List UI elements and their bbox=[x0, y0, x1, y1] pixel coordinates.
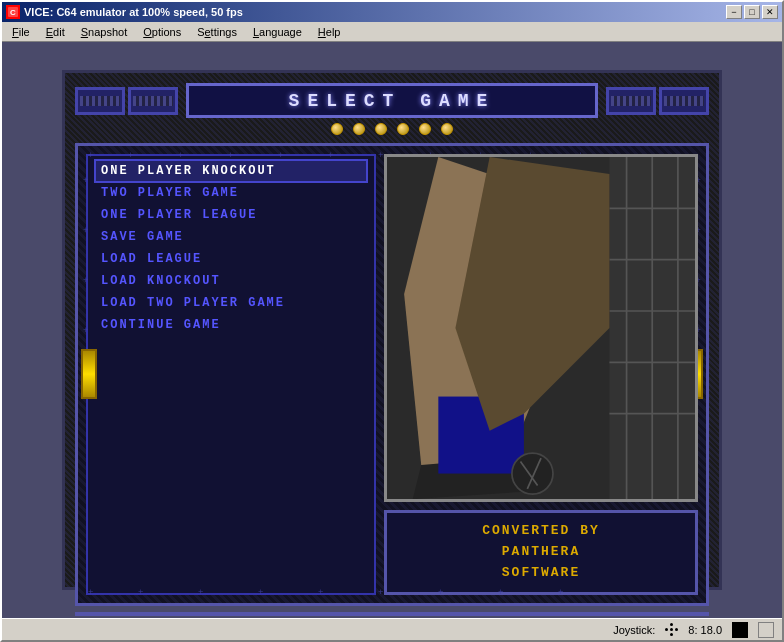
titlebar-left: C VICE: C64 emulator at 100% speed, 50 f… bbox=[6, 5, 243, 19]
svg-text:C: C bbox=[10, 8, 16, 17]
game-preview-image bbox=[384, 154, 698, 502]
game-image-content bbox=[387, 157, 695, 499]
right-panel: CONVERTED BY PANTHERA SOFTWARE bbox=[384, 154, 698, 595]
menu-snapshot[interactable]: Snapshot bbox=[75, 24, 134, 40]
header-box-left-2 bbox=[128, 87, 178, 115]
credit-line-1: CONVERTED BY bbox=[395, 521, 687, 542]
joystick-label: Joystick: bbox=[613, 624, 655, 636]
menu-edit[interactable]: Edit bbox=[40, 24, 71, 40]
game-title: SELECT GAME bbox=[289, 91, 496, 111]
joy-dot-right bbox=[675, 628, 678, 631]
menu-option-load-league[interactable]: LOAD LEAGUE bbox=[96, 249, 366, 269]
header-box-inner-right-2 bbox=[664, 96, 704, 106]
gold-dot-4 bbox=[397, 123, 409, 135]
main-window: C VICE: C64 emulator at 100% speed, 50 f… bbox=[0, 0, 784, 642]
menu-option-1-player-league[interactable]: ONE PLAYER LEAGUE bbox=[96, 205, 366, 225]
joy-dot-bottom bbox=[670, 633, 673, 636]
emulator-screen: SELECT GAME bbox=[62, 70, 722, 590]
header-box-right-2 bbox=[659, 87, 709, 115]
menu-file[interactable]: File bbox=[6, 24, 36, 40]
titlebar: C VICE: C64 emulator at 100% speed, 50 f… bbox=[2, 2, 782, 22]
menu-help[interactable]: Help bbox=[312, 24, 347, 40]
game-footer bbox=[75, 612, 709, 616]
close-button[interactable]: ✕ bbox=[762, 5, 778, 19]
credit-line-3: SOFTWARE bbox=[395, 563, 687, 584]
window-controls: − □ ✕ bbox=[726, 5, 778, 19]
menu-option-1-player-knockout[interactable]: ONE PLAYER KNOCKOUT bbox=[96, 161, 366, 181]
header-box-inner-left-2 bbox=[133, 96, 173, 106]
joystick-icon bbox=[665, 623, 678, 636]
status-extra-box bbox=[758, 622, 774, 638]
game-main-area: + + + + + + + + + + + + + + + bbox=[75, 143, 709, 606]
maximize-button[interactable]: □ bbox=[744, 5, 760, 19]
menu-option-save-game[interactable]: SAVE GAME bbox=[96, 227, 366, 247]
game-menu-panel: ONE PLAYER KNOCKOUT TWO PLAYER GAME ONE … bbox=[86, 154, 376, 595]
gold-dot-3 bbox=[375, 123, 387, 135]
joy-dot-left bbox=[665, 628, 668, 631]
menu-language[interactable]: Language bbox=[247, 24, 308, 40]
joy-dot-center bbox=[670, 628, 673, 631]
header-box-left-1 bbox=[75, 87, 125, 115]
side-decoration-left bbox=[81, 349, 97, 399]
menu-option-load-knockout[interactable]: LOAD KNOCKOUT bbox=[96, 271, 366, 291]
svg-point-16 bbox=[512, 453, 553, 494]
header-box-inner-right-1 bbox=[611, 96, 651, 106]
statusbar: Joystick: 8: 18.0 bbox=[2, 618, 782, 640]
credit-box: CONVERTED BY PANTHERA SOFTWARE bbox=[384, 510, 698, 594]
gold-dot-1 bbox=[331, 123, 343, 135]
header-deco-left bbox=[75, 87, 178, 115]
header-box-inner-left-1 bbox=[80, 96, 120, 106]
menu-option-2-player-game[interactable]: TWO PLAYER GAME bbox=[96, 183, 366, 203]
minimize-button[interactable]: − bbox=[726, 5, 742, 19]
app-icon: C bbox=[6, 5, 20, 19]
menu-option-load-2-player-game[interactable]: LOAD TWO PLAYER GAME bbox=[96, 293, 366, 313]
status-color-box bbox=[732, 622, 748, 638]
gold-dot-6 bbox=[441, 123, 453, 135]
gold-dot-5 bbox=[419, 123, 431, 135]
header-deco-right bbox=[606, 87, 709, 115]
header-box-right-1 bbox=[606, 87, 656, 115]
game-ui: SELECT GAME bbox=[65, 73, 719, 587]
content-area: SELECT GAME bbox=[2, 42, 782, 618]
window-title: VICE: C64 emulator at 100% speed, 50 fps bbox=[24, 6, 243, 18]
gold-dots-row bbox=[331, 123, 453, 135]
credit-line-2: PANTHERA bbox=[395, 542, 687, 563]
position-indicator: 8: 18.0 bbox=[688, 624, 722, 636]
menu-option-continue-game[interactable]: CONTINUE GAME bbox=[96, 315, 366, 335]
game-header: SELECT GAME bbox=[75, 83, 709, 118]
menubar: File Edit Snapshot Options Settings Lang… bbox=[2, 22, 782, 42]
gold-dot-2 bbox=[353, 123, 365, 135]
menu-options[interactable]: Options bbox=[137, 24, 187, 40]
joy-dot-top bbox=[670, 623, 673, 626]
header-title-box: SELECT GAME bbox=[186, 83, 598, 118]
menu-settings[interactable]: Settings bbox=[191, 24, 243, 40]
